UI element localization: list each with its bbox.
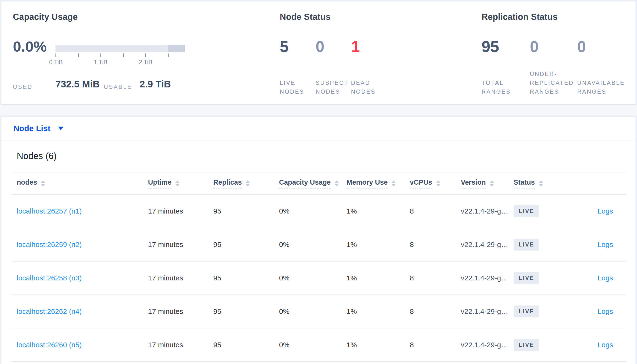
axis-tick	[145, 54, 146, 57]
axis-tick	[100, 54, 101, 57]
capacity-bar-usable-segment	[56, 45, 168, 52]
logs-link[interactable]: Logs	[597, 341, 613, 349]
axis-tick	[123, 54, 124, 57]
replicas-cell: 95	[208, 207, 274, 215]
memory-use-cell: 1%	[341, 341, 405, 349]
unavailable-ranges-label: UNAVAILABLE RANGES	[577, 78, 637, 96]
sort-icon[interactable]	[490, 180, 494, 186]
sort-icon[interactable]	[246, 180, 250, 186]
column-header-version[interactable]: Version	[456, 178, 508, 188]
column-header-label: Capacity Usage	[279, 178, 331, 188]
status-badge: LIVE	[514, 238, 539, 250]
column-header-label: Replicas	[213, 178, 242, 188]
vcpus-cell: 8	[405, 274, 456, 282]
column-header-status[interactable]: Status	[508, 178, 580, 188]
version-cell: v22.1.4-29-g…	[456, 341, 508, 349]
node-list-dropdown[interactable]: Node List	[14, 124, 63, 133]
version-cell: v22.1.4-29-g…	[456, 308, 508, 316]
node-link-cell: localhost:26260 (n5)	[12, 341, 143, 349]
logs-cell: Logs	[580, 308, 626, 316]
total-ranges-label: TOTAL RANGES	[482, 78, 530, 96]
logs-link[interactable]: Logs	[597, 308, 613, 315]
node-link-cell: localhost:26262 (n4)	[12, 308, 143, 316]
replicas-cell: 95	[208, 341, 274, 349]
status-cell: LIVE	[508, 205, 580, 217]
node-list-dropdown-row: Node List	[2, 116, 635, 140]
axis-tick	[56, 54, 56, 57]
axis-tick	[78, 54, 79, 57]
dead-nodes-label: DEAD NODES	[351, 78, 389, 96]
replication-status-stats: 95 TOTAL RANGES 0 UNDER- REPLICATED RANG…	[482, 39, 637, 96]
used-label: USED	[13, 84, 33, 90]
used-value: 732.5 MiB	[56, 79, 100, 90]
section-gap	[0, 104, 637, 116]
node-link[interactable]: localhost:26257 (n1)	[17, 207, 82, 215]
logs-link[interactable]: Logs	[597, 274, 613, 282]
memory-use-cell: 1%	[341, 274, 405, 282]
status-badge: LIVE	[514, 306, 539, 318]
suspect-nodes-label: SUSPECT NODES	[316, 78, 351, 96]
column-header-replicas[interactable]: Replicas	[208, 178, 274, 188]
uptime-cell: 17 minutes	[143, 341, 208, 349]
status-cell: LIVE	[508, 339, 580, 351]
uptime-cell: 17 minutes	[143, 207, 208, 215]
sort-icon[interactable]	[41, 180, 45, 186]
node-link[interactable]: localhost:26259 (n2)	[17, 240, 82, 248]
column-header-capacity-usage[interactable]: Capacity Usage	[274, 178, 341, 188]
live-nodes-value: 5	[280, 39, 316, 54]
node-link[interactable]: localhost:26262 (n4)	[17, 308, 82, 315]
sort-icon[interactable]	[175, 180, 180, 186]
node-list-dropdown-label: Node List	[14, 124, 51, 133]
column-header-label: Status	[514, 178, 535, 188]
column-header-vcpus[interactable]: vCPUs	[405, 178, 456, 188]
uptime-cell: 17 minutes	[143, 308, 208, 316]
version-cell: v22.1.4-29-g…	[456, 240, 508, 249]
replicas-cell: 95	[208, 274, 274, 282]
status-badge: LIVE	[514, 272, 539, 284]
logs-link[interactable]: Logs	[597, 207, 613, 215]
node-link[interactable]: localhost:26260 (n5)	[17, 341, 82, 349]
dead-nodes-stat: 1 DEAD NODES	[351, 39, 389, 96]
capacity-usage-cell: 0%	[274, 240, 341, 249]
version-cell: v22.1.4-29-g…	[456, 207, 508, 215]
sort-icon[interactable]	[539, 180, 543, 186]
table-row-n2: localhost:26259 (n2) 17 minutes 95 0% 1%…	[12, 228, 626, 262]
table-header-row: nodes Uptime Replicas Capacity Usage Mem…	[12, 172, 626, 195]
node-link[interactable]: localhost:26258 (n3)	[17, 274, 82, 282]
unavailable-ranges-stat: 0 UNAVAILABLE RANGES	[577, 39, 637, 96]
table-row-n1: localhost:26257 (n1) 17 minutes 95 0% 1%…	[12, 195, 626, 228]
column-header-uptime[interactable]: Uptime	[143, 178, 208, 188]
capacity-usage-title: Capacity Usage	[13, 12, 78, 22]
capacity-usage-cell: 0%	[274, 207, 341, 215]
status-badge: LIVE	[514, 205, 539, 217]
memory-use-cell: 1%	[341, 308, 405, 316]
cluster-summary-card: Capacity Usage 0.0% 0 TiB 1 TiB 2 TiB US…	[1, 1, 636, 104]
vcpus-cell: 8	[405, 341, 456, 349]
suspect-nodes-value: 0	[316, 39, 351, 54]
axis-tick-label: 0 TiB	[39, 59, 73, 66]
axis-tick-label: 2 TiB	[129, 59, 162, 66]
logs-cell: Logs	[580, 274, 626, 282]
column-header-memory-use[interactable]: Memory Use	[341, 178, 405, 188]
node-link-cell: localhost:26259 (n2)	[12, 240, 143, 249]
node-status-title: Node Status	[280, 12, 331, 22]
vcpus-cell: 8	[405, 207, 456, 215]
replication-status-title: Replication Status	[482, 12, 558, 22]
logs-cell: Logs	[580, 240, 626, 249]
table-row-n3: localhost:26258 (n3) 17 minutes 95 0% 1%…	[12, 262, 626, 295]
column-header-nodes[interactable]: nodes	[12, 178, 143, 188]
vcpus-cell: 8	[405, 308, 456, 316]
vcpus-cell: 8	[405, 240, 456, 249]
axis-tick	[168, 54, 169, 57]
total-ranges-value: 95	[482, 39, 530, 54]
logs-link[interactable]: Logs	[597, 240, 613, 248]
sort-icon[interactable]	[335, 180, 339, 186]
status-badge: LIVE	[514, 339, 539, 351]
sort-icon[interactable]	[436, 180, 440, 186]
sort-icon[interactable]	[391, 180, 396, 186]
dead-nodes-value: 1	[351, 39, 389, 54]
column-header-label: Version	[461, 178, 486, 188]
column-header-label: vCPUs	[410, 178, 432, 188]
axis-tick-label: 1 TiB	[84, 59, 117, 66]
replicas-cell: 95	[208, 308, 274, 316]
